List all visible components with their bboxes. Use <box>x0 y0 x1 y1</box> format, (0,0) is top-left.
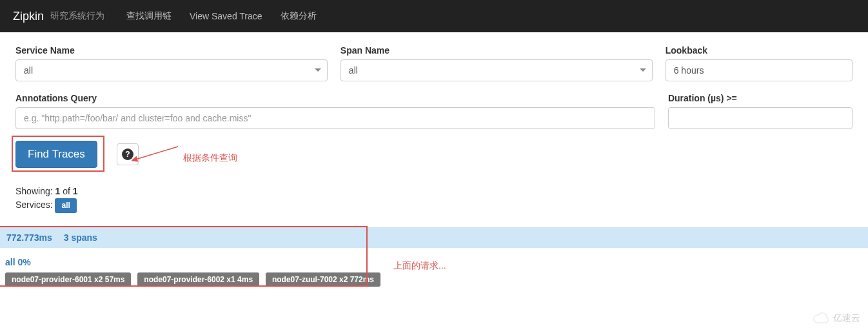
brand-subtitle: 研究系统行为 <box>50 10 104 22</box>
brand-label: Zipkin <box>13 10 44 23</box>
lookback-label: Lookback <box>666 45 853 56</box>
annotation-query-hint: 根据条件查询 <box>183 152 237 164</box>
span-name-label: Span Name <box>340 45 653 56</box>
search-panel: Service Name all Span Name all Lookback … <box>0 32 868 220</box>
svg-line-0 <box>135 147 178 159</box>
nav-saved-trace[interactable]: View Saved Trace <box>181 2 271 30</box>
help-button[interactable]: ? <box>117 143 139 165</box>
results-meta: Showing: 1 of 1 Services: all <box>15 185 853 213</box>
trace-duration: 772.773ms <box>6 232 52 243</box>
showing-total: 1 <box>73 186 78 196</box>
showing-prefix: Showing: <box>15 186 55 196</box>
find-traces-button[interactable]: Find Traces <box>15 141 97 168</box>
service-name-select[interactable]: all <box>15 59 328 81</box>
duration-label: Duration (µs) >= <box>668 93 853 103</box>
services-prefix: Services: <box>15 200 55 210</box>
trace-detail: all 0% node07-provider-6001 x2 57ms node… <box>0 251 868 298</box>
service-name-label: Service Name <box>15 45 328 56</box>
span-name-select[interactable]: all <box>340 59 653 81</box>
annotations-query-input[interactable] <box>15 107 655 129</box>
trace-summary[interactable]: 772.773ms 3 spans <box>0 227 868 248</box>
service-tag[interactable]: node07-provider-6001 x2 57ms <box>5 272 131 287</box>
duration-input[interactable] <box>668 107 853 129</box>
nav-find-traces[interactable]: 查找调用链 <box>117 1 181 31</box>
services-badge[interactable]: all <box>55 198 76 213</box>
annotations-query-label: Annotations Query <box>15 93 655 103</box>
annotation-arrow-icon <box>132 144 183 165</box>
trace-root-label[interactable]: all 0% <box>5 257 863 267</box>
service-tag[interactable]: node07-provider-6002 x1 4ms <box>137 272 259 287</box>
showing-of: of <box>60 186 72 196</box>
service-tag[interactable]: node07-zuul-7002 x2 772ms <box>266 272 380 287</box>
question-icon: ? <box>122 149 133 160</box>
lookback-select[interactable]: 6 hours <box>666 59 853 81</box>
nav-dependencies[interactable]: 依赖分析 <box>271 1 326 31</box>
navbar: Zipkin 研究系统行为 查找调用链 View Saved Trace 依赖分… <box>0 0 868 32</box>
trace-span-count: 3 spans <box>64 232 97 243</box>
